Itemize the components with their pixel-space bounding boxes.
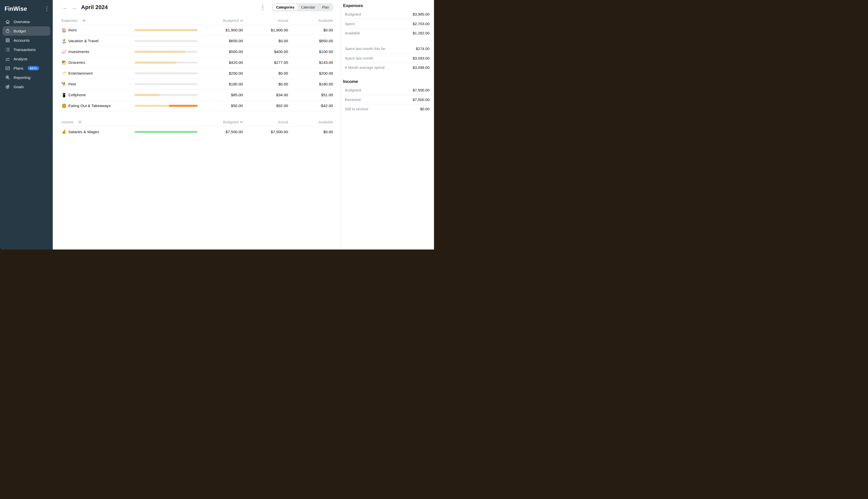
summary-heading-expenses: Expenses (343, 3, 430, 8)
tab-calendar[interactable]: Calendar (298, 4, 319, 11)
sidebar-header: FinWise (0, 5, 53, 13)
summary-block: Budgeted $3,985.00 Spent $2,703.00 Avail… (345, 10, 430, 37)
available-value: $51.00 (288, 93, 333, 97)
available-value: $0.00 (288, 130, 333, 134)
actual-value: $1,900.00 (243, 28, 288, 33)
view-options-kebab-icon[interactable] (261, 4, 265, 10)
available-value: $180.00 (288, 82, 333, 86)
progress-bar (135, 40, 198, 42)
summary-label: Spent last month (345, 56, 373, 60)
category-name: Rent (68, 28, 77, 33)
category-row[interactable]: 🥙 Groceries $420.00 $277.00 $143.00 (62, 57, 333, 68)
add-category-plus-icon[interactable] (78, 120, 82, 124)
actual-value: $0.00 (243, 82, 288, 86)
sidebar-item-label: Goals (14, 85, 24, 89)
sidebar-item-label: Overview (14, 20, 30, 24)
sidebar-item-plans[interactable]: Plans BETA (2, 63, 50, 73)
summary-label: Available (345, 31, 360, 35)
category-name: Entertainment (68, 71, 93, 76)
category-name: Vacation & Travel (68, 39, 98, 43)
app-logo: FinWise (4, 5, 27, 12)
sidebar-item-analyze[interactable]: Analyze (2, 54, 50, 63)
category-row[interactable]: 🏝️ Vacation & Travel $650.00 $0.00 $650.… (62, 36, 333, 47)
category-row[interactable]: 🐕 Pets $180.00 $0.00 $180.00 (62, 79, 333, 90)
prev-month-arrow-icon[interactable]: ← (62, 4, 69, 11)
column-header-actual: Actual (243, 19, 288, 23)
category-name: Cellphone (68, 93, 86, 97)
summary-block: Budgeted $7,500.00 Received $7,500.00 St… (345, 85, 430, 113)
column-header-available: Available (288, 120, 333, 124)
summary-block: Spent last month this far $274.00 Spent … (345, 44, 430, 72)
summary-row: Budgeted $3,985.00 (345, 10, 430, 19)
actual-value: $277.00 (243, 60, 288, 65)
sidebar-item-goals[interactable]: Goals (2, 82, 50, 92)
category-emoji-icon: 🏝️ (62, 39, 68, 44)
available-value: -$42.00 (288, 104, 333, 108)
category-row[interactable]: 🍔 Eating Out & Takeaways $50.00 $92.00 -… (62, 100, 333, 111)
beta-badge: BETA (28, 66, 39, 70)
budgeted-value: $85.00 (198, 93, 243, 97)
sidebar-item-label: Transactions (14, 48, 36, 52)
category-emoji-icon: 🐕 (62, 82, 68, 87)
category-emoji-icon: 🍔 (62, 104, 68, 108)
summary-row: Available $1,282.00 (345, 28, 430, 37)
section-label: Income (62, 120, 74, 124)
summary-value: $0.00 (420, 107, 430, 111)
summary-content: Expenses Budgeted $3,985.00 Spent $2,703… (343, 3, 430, 113)
budget-main: ← → April 2024 CategoriesCalendarPlan Ex… (53, 0, 341, 250)
actual-value: $7,500.00 (243, 130, 288, 134)
available-value: $650.00 (288, 39, 333, 43)
progress-bar (135, 94, 198, 96)
category-row[interactable]: 📈 Investments $500.00 $400.00 $100.00 (62, 47, 333, 57)
home-icon (5, 19, 10, 24)
available-value: $200.00 (288, 71, 333, 76)
progress-bar (135, 72, 198, 74)
category-row[interactable]: 📱 Cellphone $85.00 $34.00 $51.00 (62, 90, 333, 100)
money-bag-icon (5, 28, 10, 34)
category-name: Salaries & Wages (68, 130, 99, 134)
grid-icon (5, 38, 10, 43)
add-category-plus-icon[interactable] (82, 19, 86, 23)
sidebar-item-transactions[interactable]: Transactions (2, 45, 50, 54)
summary-value: $3,093.00 (413, 56, 430, 60)
category-name: Eating Out & Takeaways (68, 104, 111, 108)
progress-bar (135, 105, 198, 107)
actual-value: $34.00 (243, 93, 288, 97)
sidebar-item-label: Plans (14, 66, 23, 71)
summary-value: $1,282.00 (413, 31, 430, 35)
tab-plan[interactable]: Plan (319, 4, 332, 11)
summary-value: $7,500.00 (413, 88, 430, 92)
sidebar-item-reporting[interactable]: Reporting (2, 73, 50, 82)
budget-table: Expenses Budgeted Actual Available 🏠 Ren… (62, 16, 333, 137)
summary-panel: Expenses Budgeted $3,985.00 Spent $2,703… (341, 0, 434, 250)
sidebar: FinWise Overview Budget Accounts Transac… (0, 0, 53, 250)
category-row[interactable]: 🏠 Rent $1,900.00 $1,900.00 $0.00 (62, 25, 333, 36)
summary-label: Spent last month this far (345, 47, 385, 51)
view-switcher: CategoriesCalendarPlan (272, 3, 333, 11)
sidebar-item-accounts[interactable]: Accounts (2, 36, 50, 45)
budgeted-value: $7,500.00 (198, 130, 243, 134)
section-label: Expenses (62, 19, 78, 23)
sidebar-kebab-menu-icon[interactable] (44, 6, 49, 12)
sidebar-item-label: Reporting (14, 75, 30, 80)
sidebar-item-label: Accounts (14, 38, 30, 43)
column-header-budgeted[interactable]: Budgeted (198, 19, 243, 23)
column-header-available: Available (288, 19, 333, 23)
sidebar-item-overview[interactable]: Overview (2, 17, 50, 26)
summary-value: $2,703.00 (413, 22, 430, 26)
tab-categories[interactable]: Categories (273, 4, 298, 11)
summary-label: Budgeted (345, 88, 361, 92)
category-emoji-icon: 📱 (62, 93, 68, 97)
summary-row: Spent last month $3,093.00 (345, 53, 430, 63)
sidebar-item-budget[interactable]: Budget (2, 26, 50, 36)
next-month-arrow-icon[interactable]: → (70, 4, 78, 11)
budgeted-value: $200.00 (198, 71, 243, 76)
category-row[interactable]: 🥂 Entertainment $200.00 $0.00 $200.00 (62, 68, 333, 79)
category-row[interactable]: 💰 Salaries & Wages $7,500.00 $7,500.00 $… (62, 126, 333, 137)
column-header-budgeted[interactable]: Budgeted (198, 120, 243, 124)
budgeted-value: $50.00 (198, 104, 243, 108)
category-name: Investments (68, 49, 89, 54)
summary-value: $274.00 (416, 47, 430, 51)
progress-bar (135, 62, 198, 63)
target-icon (5, 84, 10, 89)
